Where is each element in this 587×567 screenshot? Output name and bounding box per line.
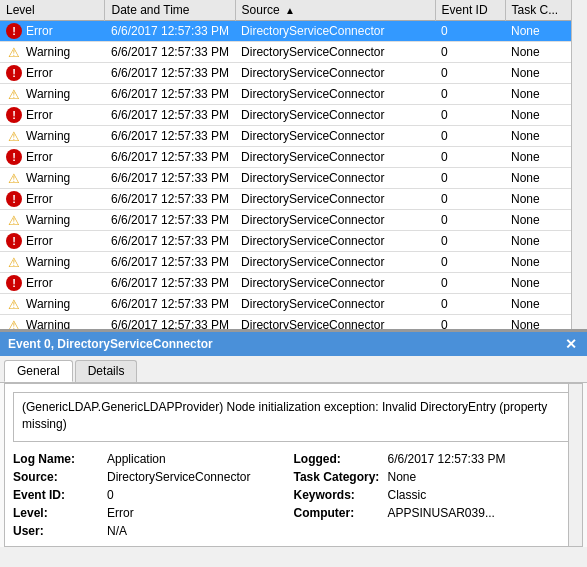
cell-source: DirectoryServiceConnector [235, 252, 435, 273]
error-icon: ! [6, 149, 22, 165]
user-value: N/A [107, 524, 127, 538]
table-row[interactable]: Warning6/6/2017 12:57:33 PMDirectoryServ… [0, 84, 587, 105]
field-source: Source: DirectoryServiceConnector [13, 470, 294, 484]
table-row[interactable]: Warning6/6/2017 12:57:33 PMDirectoryServ… [0, 126, 587, 147]
field-logged: Logged: 6/6/2017 12:57:33 PM [294, 452, 575, 466]
detail-header: Event 0, DirectoryServiceConnector ✕ [0, 332, 587, 356]
level-text: Warning [26, 213, 70, 227]
detail-fields-left: Log Name: Application Source: DirectoryS… [13, 452, 294, 538]
cell-eventid: 0 [435, 210, 505, 231]
cell-source: DirectoryServiceConnector [235, 126, 435, 147]
cell-source: DirectoryServiceConnector [235, 315, 435, 331]
level-text: Error [26, 108, 53, 122]
error-icon: ! [6, 191, 22, 207]
cell-level: !Error [0, 105, 105, 126]
field-user: User: N/A [13, 524, 294, 538]
detail-fields-right: Logged: 6/6/2017 12:57:33 PM Task Catego… [294, 452, 575, 538]
level-text: Warning [26, 87, 70, 101]
cell-source: DirectoryServiceConnector [235, 21, 435, 42]
cell-eventid: 0 [435, 294, 505, 315]
field-task: Task Category: None [294, 470, 575, 484]
cell-datetime: 6/6/2017 12:57:33 PM [105, 84, 235, 105]
cell-level: Warning [0, 294, 105, 315]
table-row[interactable]: Warning6/6/2017 12:57:33 PMDirectoryServ… [0, 210, 587, 231]
level-text: Warning [26, 255, 70, 269]
table-row[interactable]: Warning6/6/2017 12:57:33 PMDirectoryServ… [0, 315, 587, 331]
warning-icon [6, 296, 22, 312]
detail-scrollbar[interactable] [568, 384, 582, 546]
logged-label: Logged: [294, 452, 384, 466]
cell-eventid: 0 [435, 168, 505, 189]
cell-eventid: 0 [435, 105, 505, 126]
cell-source: DirectoryServiceConnector [235, 294, 435, 315]
computer-value: APPSINUSAR039... [388, 506, 495, 520]
table-row[interactable]: Warning6/6/2017 12:57:33 PMDirectoryServ… [0, 168, 587, 189]
cell-datetime: 6/6/2017 12:57:33 PM [105, 210, 235, 231]
logged-value: 6/6/2017 12:57:33 PM [388, 452, 506, 466]
table-row[interactable]: Warning6/6/2017 12:57:33 PMDirectoryServ… [0, 42, 587, 63]
cell-level: Warning [0, 126, 105, 147]
field-logname: Log Name: Application [13, 452, 294, 466]
warning-icon [6, 170, 22, 186]
cell-datetime: 6/6/2017 12:57:33 PM [105, 189, 235, 210]
col-header-datetime[interactable]: Date and Time [105, 0, 235, 21]
table-row[interactable]: !Error6/6/2017 12:57:33 PMDirectoryServi… [0, 147, 587, 168]
cell-eventid: 0 [435, 252, 505, 273]
keywords-value: Classic [388, 488, 427, 502]
table-row[interactable]: !Error6/6/2017 12:57:33 PMDirectoryServi… [0, 63, 587, 84]
computer-label: Computer: [294, 506, 384, 520]
cell-datetime: 6/6/2017 12:57:33 PM [105, 21, 235, 42]
user-label: User: [13, 524, 103, 538]
cell-source: DirectoryServiceConnector [235, 168, 435, 189]
detail-close-button[interactable]: ✕ [563, 336, 579, 352]
table-row[interactable]: !Error6/6/2017 12:57:33 PMDirectoryServi… [0, 273, 587, 294]
task-label: Task Category: [294, 470, 384, 484]
cell-level: !Error [0, 21, 105, 42]
error-icon: ! [6, 233, 22, 249]
field-computer: Computer: APPSINUSAR039... [294, 506, 575, 520]
source-label: Source: [13, 470, 103, 484]
source-value: DirectoryServiceConnector [107, 470, 250, 484]
level-label: Level: [13, 506, 103, 520]
tab-details[interactable]: Details [75, 360, 138, 382]
cell-eventid: 0 [435, 21, 505, 42]
cell-source: DirectoryServiceConnector [235, 147, 435, 168]
warning-icon [6, 86, 22, 102]
error-icon: ! [6, 23, 22, 39]
field-keywords: Keywords: Classic [294, 488, 575, 502]
tab-general[interactable]: General [4, 360, 73, 382]
cell-datetime: 6/6/2017 12:57:33 PM [105, 168, 235, 189]
warning-icon [6, 212, 22, 228]
table-scrollbar[interactable] [571, 0, 587, 329]
table-row[interactable]: !Error6/6/2017 12:57:33 PMDirectoryServi… [0, 105, 587, 126]
logname-label: Log Name: [13, 452, 103, 466]
cell-level: Warning [0, 315, 105, 331]
table-row[interactable]: Warning6/6/2017 12:57:33 PMDirectoryServ… [0, 252, 587, 273]
cell-source: DirectoryServiceConnector [235, 105, 435, 126]
col-header-source[interactable]: Source ▲ [235, 0, 435, 21]
cell-level: !Error [0, 273, 105, 294]
table-row[interactable]: !Error6/6/2017 12:57:33 PMDirectoryServi… [0, 21, 587, 42]
cell-level: Warning [0, 42, 105, 63]
field-eventid: Event ID: 0 [13, 488, 294, 502]
level-text: Error [26, 24, 53, 38]
warning-icon [6, 254, 22, 270]
warning-icon [6, 44, 22, 60]
col-header-level[interactable]: Level [0, 0, 105, 21]
cell-eventid: 0 [435, 315, 505, 331]
detail-title: Event 0, DirectoryServiceConnector [8, 337, 213, 351]
table-row[interactable]: !Error6/6/2017 12:57:33 PMDirectoryServi… [0, 189, 587, 210]
table-row[interactable]: !Error6/6/2017 12:57:33 PMDirectoryServi… [0, 231, 587, 252]
error-icon: ! [6, 65, 22, 81]
detail-fields: Log Name: Application Source: DirectoryS… [13, 452, 574, 538]
warning-icon [6, 317, 22, 330]
cell-eventid: 0 [435, 231, 505, 252]
level-text: Error [26, 234, 53, 248]
level-text: Warning [26, 129, 70, 143]
level-text: Warning [26, 171, 70, 185]
cell-datetime: 6/6/2017 12:57:33 PM [105, 147, 235, 168]
keywords-label: Keywords: [294, 488, 384, 502]
col-header-eventid[interactable]: Event ID [435, 0, 505, 21]
detail-tabs: General Details [0, 356, 587, 383]
table-row[interactable]: Warning6/6/2017 12:57:33 PMDirectoryServ… [0, 294, 587, 315]
